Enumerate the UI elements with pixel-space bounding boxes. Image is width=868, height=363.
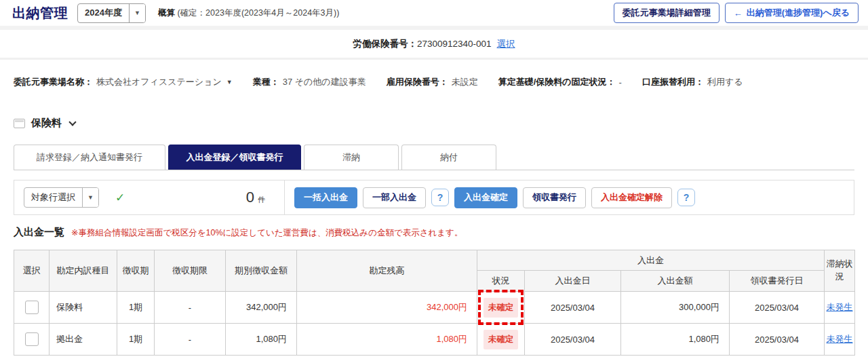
client-name-value: 株式会社オフィスステーション	[96, 76, 222, 88]
client-detail-manage-button[interactable]: 委託元事業場詳細管理	[614, 3, 719, 23]
back-to-progress-button[interactable]: ← 出納管理(進捗管理)へ戻る	[725, 3, 859, 23]
deadline-cell: -	[155, 292, 225, 323]
confirm-payment-button[interactable]: 入出金確定	[454, 187, 517, 208]
account-transfer-label: 口座振替利用：	[642, 76, 704, 88]
toolbar-selection-area: 対象行選択 ▼ ✓ 0 件	[14, 180, 284, 214]
insurance-number-select-link[interactable]: 選択	[497, 38, 515, 50]
summary-detail: (確定：2023年度(2023年4月～2024年3月))	[177, 8, 339, 18]
account-transfer-field: 口座振替利用： 利用する	[642, 76, 743, 88]
col-select: 選択	[14, 250, 50, 292]
tab-arrears[interactable]: 滞納	[304, 145, 399, 170]
balance-cell: 1,080円	[297, 324, 477, 355]
receipt-date-cell: 2025/03/04	[730, 292, 824, 323]
col-receipt-date: 領収書発行日	[730, 271, 825, 292]
employment-insurance-label: 雇用保険番号：	[387, 76, 448, 88]
item-cell: 拠出金	[50, 324, 117, 355]
status-badge: 未確定	[484, 330, 519, 349]
table-row: 拠出金 1期 - 1,080円 1,080円 未確定 2025/03/04 1,…	[14, 324, 855, 356]
col-item: 勘定内訳種目	[50, 250, 117, 292]
toolbar: 対象行選択 ▼ ✓ 0 件 一括入出金 一部入出金 ? 入出金確定 領収書発行 …	[14, 180, 854, 215]
header-buttons: 委託元事業場詳細管理 ← 出納管理(進捗管理)へ戻る	[614, 3, 859, 23]
row-checkbox[interactable]	[25, 301, 39, 314]
back-arrow-icon: ←	[734, 8, 743, 18]
industry-label: 業種：	[253, 76, 279, 88]
page-title: 出納管理	[12, 4, 68, 22]
tab-billing-registration[interactable]: 請求登録／納入通知書発行	[14, 145, 165, 170]
tab-payment[interactable]: 納付	[401, 145, 496, 170]
check-icon: ✓	[115, 191, 125, 205]
fixed-status-field: 算定基礎/保険料の固定状況： -	[498, 76, 622, 88]
arrears-status-link[interactable]: 未発生	[827, 301, 853, 313]
industry-field: 業種： 37 その他の建設事業	[253, 76, 366, 88]
col-period-amount: 期別徴収金額	[226, 250, 297, 292]
back-button-label: 出納管理(進捗管理)へ戻る	[747, 7, 850, 19]
selected-count-unit: 件	[258, 195, 265, 205]
summary-text: 概算 (確定：2023年度(2023年4月～2024年3月))	[158, 7, 339, 19]
list-heading: 入出金一覧 ※事務組合情報設定画面で税区分を10%に設定していた運営費は、消費税…	[14, 226, 854, 239]
fixed-status-value: -	[619, 77, 622, 88]
industry-value: 37 その他の建設事業	[283, 76, 366, 88]
pay-amount-cell: 1,080円	[621, 324, 729, 355]
partial-payment-button[interactable]: 一部入出金	[363, 187, 426, 208]
tab-bar: 請求登録／納入通知書発行 入出金登録／領収書発行 滞納 納付	[14, 145, 854, 170]
balance-cell: 342,000円	[297, 292, 477, 323]
insurance-number-bar: 労働保険番号： 27300912340-001 選択	[0, 30, 868, 60]
insurance-number-label: 労働保険番号：	[353, 38, 417, 50]
help-button-2[interactable]: ?	[677, 189, 695, 206]
col-arrears: 滞納状況	[825, 250, 855, 292]
col-pay-amount: 入出金額	[621, 271, 730, 292]
period-cell: 1期	[117, 324, 154, 355]
pay-date-cell: 2025/03/04	[525, 292, 620, 323]
info-bar: 委託元事業場名称： 株式会社オフィスステーション ▼ 業種： 37 その他の建設…	[0, 60, 868, 88]
employment-insurance-value: 未設定	[452, 76, 478, 88]
employment-insurance-field: 雇用保険番号： 未設定	[387, 76, 478, 88]
table-header: 選択 勘定内訳種目 徴収期 徴収期限 期別徴収金額 勘定残高 入出金 滞納状況 …	[14, 250, 855, 292]
col-group-payment: 入出金	[477, 250, 825, 271]
col-status: 状況	[477, 271, 525, 292]
selected-count-value: 0	[246, 189, 254, 206]
col-balance: 勘定残高	[297, 250, 477, 292]
selected-count: 0 件	[246, 189, 284, 206]
row-select-label: 対象行選択	[24, 188, 82, 207]
col-pay-date: 入出金日	[525, 271, 621, 292]
row-checkbox[interactable]	[25, 332, 39, 346]
list-note: ※事務組合情報設定画面で税区分を10%に設定していた運営費は、消費税込みの金額で…	[71, 227, 462, 239]
header-bar: 出納管理 2024年度 ▼ 概算 (確定：2023年度(2023年4月～2024…	[0, 0, 868, 30]
chevron-down-icon: ▼	[129, 4, 145, 22]
col-period: 徴収期	[117, 250, 155, 292]
chevron-down-icon: ▼	[226, 79, 233, 85]
period-amount-cell: 342,000円	[226, 292, 296, 323]
pay-date-cell: 2025/03/04	[525, 324, 620, 355]
status-badge: 未確定	[484, 298, 519, 318]
arrears-status-link[interactable]: 未発生	[827, 333, 853, 345]
chevron-down-icon[interactable]	[68, 118, 76, 126]
client-name-label: 委託元事業場名称：	[14, 76, 93, 88]
receipt-date-cell: 2025/03/04	[730, 324, 824, 355]
row-select-dropdown[interactable]: 対象行選択 ▼	[24, 187, 99, 208]
table-row: 保険料 1期 - 342,000円 342,000円 未確定 2025/03/0…	[14, 292, 855, 324]
tab-payment-registration[interactable]: 入出金登録／領収書発行	[168, 145, 301, 170]
issue-receipt-button[interactable]: 領収書発行	[523, 187, 586, 208]
period-amount-cell: 1,080円	[226, 324, 296, 355]
section-header: 保険料	[14, 117, 868, 130]
summary-label: 概算	[158, 8, 175, 18]
insurance-number-value: 27300912340-001	[417, 39, 492, 49]
year-select[interactable]: 2024年度 ▼	[77, 3, 146, 23]
toolbar-actions: 一括入出金 一部入出金 ? 入出金確定 領収書発行 入出金確定解除 ?	[284, 180, 854, 214]
account-transfer-value: 利用する	[707, 76, 743, 88]
chevron-down-icon: ▼	[82, 188, 98, 207]
payments-table: 選択 勘定内訳種目 徴収期 徴収期限 期別徴収金額 勘定残高 入出金 滞納状況 …	[14, 250, 855, 356]
help-button-1[interactable]: ?	[431, 189, 449, 206]
unconfirm-payment-button[interactable]: 入出金確定解除	[591, 187, 672, 208]
bulk-payment-button[interactable]: 一括入出金	[294, 187, 357, 208]
deadline-cell: -	[155, 324, 225, 355]
period-cell: 1期	[117, 292, 154, 323]
section-title: 保険料	[31, 117, 62, 130]
year-select-value: 2024年度	[78, 4, 129, 22]
col-deadline: 徴収期限	[155, 250, 226, 292]
client-name-field[interactable]: 委託元事業場名称： 株式会社オフィスステーション ▼	[14, 76, 233, 88]
fixed-status-label: 算定基礎/保険料の固定状況：	[498, 76, 616, 88]
list-title: 入出金一覧	[14, 226, 64, 239]
item-cell: 保険料	[50, 292, 117, 323]
pay-amount-cell: 300,000円	[621, 292, 729, 323]
